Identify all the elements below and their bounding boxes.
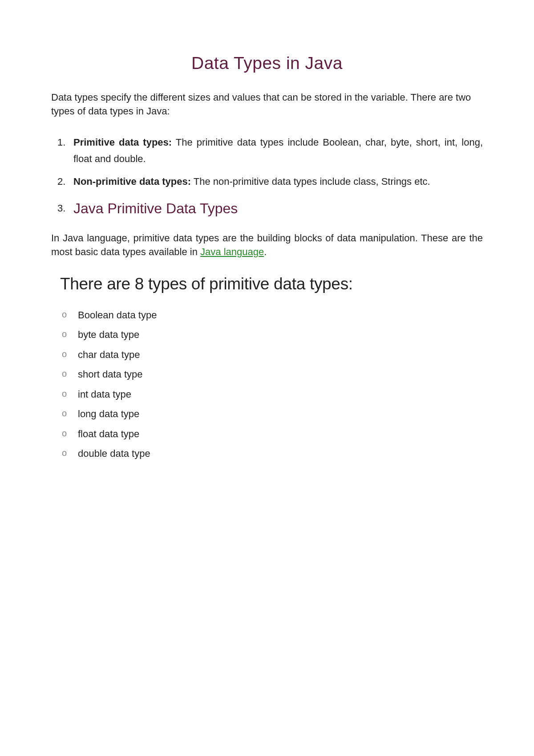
primitive-label: Primitive data types:	[73, 137, 172, 148]
paragraph-text-after-link: .	[264, 246, 267, 257]
list-item: 2. Non-primitive data types: The non-pri…	[73, 173, 483, 190]
non-primitive-description: The non-primitive data types include cla…	[191, 176, 430, 187]
list-item: Boolean data type	[78, 309, 483, 321]
list-item: short data type	[78, 368, 483, 381]
primitive-types-list: Boolean data type byte data type char da…	[51, 309, 483, 460]
list-item: byte data type	[78, 329, 483, 341]
data-type-categories-list: 1. Primitive data types: The primitive d…	[51, 134, 483, 221]
list-item: double data type	[78, 447, 483, 460]
subheading-list-item: 3. Java Primitive Data Types	[73, 196, 483, 220]
page-title: Data Types in Java	[51, 53, 483, 73]
list-item: int data type	[78, 388, 483, 401]
list-item: long data type	[78, 408, 483, 420]
list-item: char data type	[78, 349, 483, 361]
list-number: 3.	[57, 200, 65, 216]
list-number: 2.	[57, 173, 65, 190]
java-language-link[interactable]: Java language	[200, 246, 264, 257]
intro-paragraph: Data types specify the different sizes a…	[51, 91, 483, 118]
java-primitive-heading: Java Primitive Data Types	[73, 200, 238, 216]
primitive-description-paragraph: In Java language, primitive data types a…	[51, 232, 483, 259]
paragraph-text-before-link: In Java language, primitive data types a…	[51, 232, 483, 257]
primitive-types-header: There are 8 types of primitive data type…	[60, 275, 483, 293]
list-number: 1.	[57, 134, 65, 150]
list-item: 1. Primitive data types: The primitive d…	[73, 134, 483, 167]
list-item: float data type	[78, 428, 483, 440]
non-primitive-label: Non-primitive data types:	[73, 176, 191, 187]
